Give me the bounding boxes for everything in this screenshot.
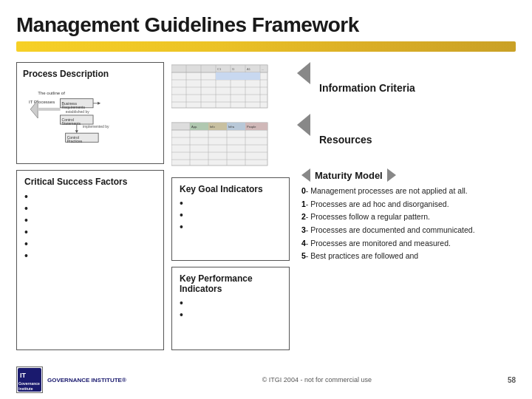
- svg-text:IT: IT: [20, 372, 27, 379]
- kgi-bullet-1: [180, 198, 282, 207]
- csf-bullet-1: [24, 191, 156, 200]
- page-title: Management Guidelines Framework: [16, 13, 516, 37]
- svg-text:established by: established by: [66, 109, 90, 114]
- maturity-item-5: 5- Best practices are followed and: [301, 251, 511, 262]
- svg-text:implemented by: implemented by: [83, 124, 109, 129]
- kpi-bullet-2: [180, 310, 282, 318]
- info-criteria-image: C1 I1 A1 ...: [171, 62, 290, 114]
- resources-text: Resources: [319, 134, 372, 146]
- csf-bullet-2: [24, 203, 156, 212]
- svg-text:App.: App.: [191, 125, 197, 129]
- csf-box: Critical Success Factors: [16, 170, 164, 350]
- footer-copyright: © ITGI 2004 - not for commercial use: [126, 376, 508, 383]
- svg-text:Institute: Institute: [18, 386, 33, 391]
- maturity-item-2: 2- Processes follow a regular pattern.: [301, 212, 511, 222]
- maturity-items-list: 0- Management processes are not applied …: [301, 186, 511, 262]
- kgi-bullet-2: [180, 210, 282, 219]
- process-description-box: Process Description The outline of IT Pr…: [16, 62, 164, 164]
- kpi-bullet-1: [180, 298, 282, 307]
- svg-text:Infra: Infra: [228, 125, 235, 129]
- maturity-item-0: 0- Management processes are not applied …: [301, 186, 511, 197]
- kpi-title: Key Performance Indicators: [180, 273, 282, 294]
- footer-page-number: 58: [508, 376, 516, 384]
- maturity-arrow-left: [301, 168, 310, 182]
- csf-bullet-6: [24, 250, 156, 259]
- footer-governance-text: GOVERNANCE INSTITUTE®: [47, 377, 126, 383]
- svg-text:Statements: Statements: [62, 121, 81, 126]
- footer-org-text: GOVERNANCE INSTITUTE®: [47, 377, 126, 383]
- maturity-model-header: Maturity Model: [301, 168, 511, 182]
- info-criteria-text: Information Criteria: [319, 82, 415, 94]
- svg-text:People: People: [247, 125, 256, 129]
- csf-bullet-4: [24, 227, 156, 236]
- kpi-bullets-list: [180, 298, 282, 318]
- maturity-text-3: - Processes are documented and communica…: [306, 225, 475, 234]
- svg-text:The outline of: The outline of: [38, 91, 65, 95]
- maturity-text-4: - Processes are monitored and measured.: [306, 239, 451, 248]
- resources-label: Resources: [313, 114, 372, 166]
- info-criteria-label: Information Criteria: [313, 62, 415, 114]
- resources-arrow: [297, 114, 310, 136]
- process-diagram: The outline of IT Processes Business Req…: [23, 83, 157, 157]
- maturity-title: Maturity Model: [315, 170, 383, 181]
- info-criteria-row: Information Criteria: [297, 62, 516, 114]
- right-column: Information Criteria Resources Maturity …: [297, 62, 516, 350]
- svg-text:Governance: Governance: [18, 381, 40, 386]
- svg-marker-12: [75, 130, 78, 133]
- svg-text:...: ...: [262, 67, 264, 71]
- csf-bullets-list: [24, 191, 156, 259]
- left-column: Process Description The outline of IT Pr…: [16, 62, 164, 350]
- svg-rect-32: [216, 72, 231, 80]
- svg-marker-6: [98, 102, 100, 105]
- info-criteria-arrow: [297, 62, 310, 84]
- yellow-bar-decoration: [16, 41, 516, 52]
- csf-bullet-5: [24, 239, 156, 248]
- svg-rect-34: [245, 72, 260, 80]
- svg-text:C1: C1: [217, 67, 222, 71]
- page-container: Management Guidelines Framework Process …: [0, 0, 532, 399]
- kpi-box: Key Performance Indicators: [171, 267, 290, 350]
- resources-row: Resources: [297, 114, 516, 166]
- middle-column: C1 I1 A1 ...: [171, 62, 290, 350]
- svg-rect-33: [231, 72, 245, 80]
- maturity-item-3: 3- Processes are documented and communic…: [301, 225, 511, 236]
- main-content: Process Description The outline of IT Pr…: [16, 62, 516, 350]
- process-description-title: Process Description: [23, 69, 157, 79]
- resources-image: App. Info Infra People: [171, 120, 290, 171]
- svg-text:A1: A1: [247, 67, 251, 71]
- copyright-text: © ITGI 2004 - not for commercial use: [262, 376, 372, 383]
- maturity-model-box: Maturity Model 0- Management processes a…: [297, 166, 516, 350]
- maturity-text-0: - Management processes are not applied a…: [306, 186, 468, 195]
- maturity-text-5: - Best practices are followed and: [306, 251, 418, 260]
- footer-logo-box: IT Governance Institute: [16, 366, 43, 393]
- svg-text:Info: Info: [210, 125, 215, 129]
- footer-logo: IT Governance Institute GOVERNANCE INSTI…: [16, 366, 126, 393]
- maturity-text-2: - Processes follow a regular pattern.: [306, 212, 430, 221]
- csf-bullet-3: [24, 215, 156, 224]
- maturity-arrow-right: [387, 168, 396, 182]
- csf-title: Critical Success Factors: [24, 177, 156, 187]
- maturity-item-1: 1- Processes are ad hoc and disorganised…: [301, 200, 511, 210]
- kgi-bullets-list: [180, 198, 282, 231]
- kgi-bullet-3: [180, 222, 282, 231]
- footer: IT Governance Institute GOVERNANCE INSTI…: [0, 366, 532, 393]
- svg-text:Practices: Practices: [67, 139, 83, 143]
- maturity-item-4: 4- Processes are monitored and measured.: [301, 239, 511, 249]
- kgi-title: Key Goal Indicators: [180, 184, 282, 194]
- maturity-text-1: - Processes are ad hoc and disorganised.: [306, 200, 449, 208]
- svg-text:IT Processes: IT Processes: [29, 100, 55, 104]
- kgi-box: Key Goal Indicators: [171, 177, 290, 261]
